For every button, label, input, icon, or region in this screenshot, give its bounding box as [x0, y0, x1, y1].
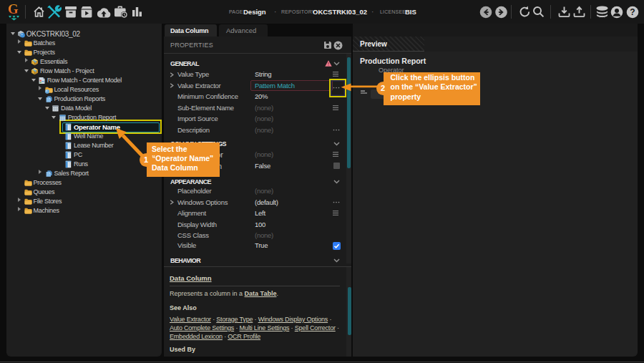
svg-text:?: ? — [630, 7, 635, 17]
